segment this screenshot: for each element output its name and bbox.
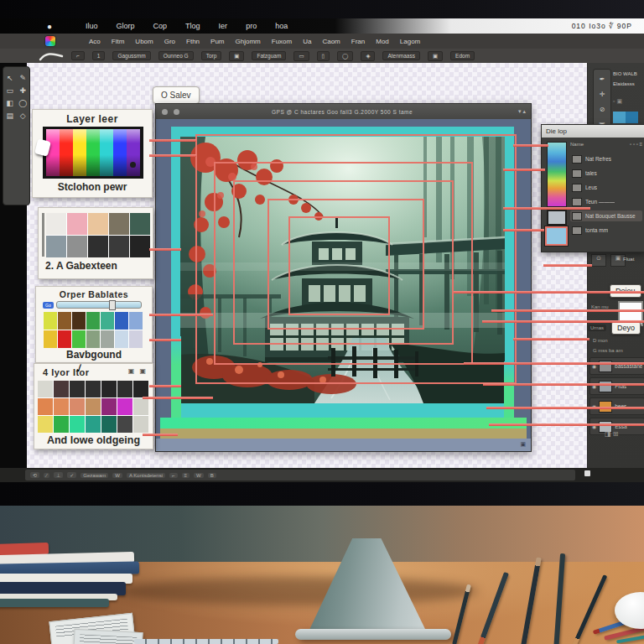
color-swatch[interactable] (46, 236, 66, 257)
status-chip[interactable]: ∕ (44, 473, 49, 478)
tool-icon[interactable]: ◧ (3, 99, 17, 107)
window-button[interactable] (162, 109, 168, 115)
panel-tool-icon[interactable]: ✒ (600, 75, 605, 83)
gradient-column[interactable] (73, 129, 86, 176)
color-swatch[interactable] (129, 330, 143, 348)
color-swatch[interactable] (115, 330, 128, 348)
gradient-column[interactable] (86, 129, 100, 176)
option-control[interactable]: Atenmaass (382, 51, 420, 60)
color-swatch[interactable] (58, 330, 71, 348)
gradient-column[interactable] (60, 129, 73, 176)
app-menu-item[interactable]: Ua (303, 38, 311, 45)
color-swatch[interactable] (109, 236, 129, 257)
gradient-column[interactable] (113, 129, 127, 176)
color-swatch[interactable] (44, 312, 57, 330)
status-chip[interactable]: B (208, 473, 216, 478)
layer-row[interactable]: ◉ Fitas (589, 377, 644, 395)
layer-row[interactable]: Leus (570, 182, 642, 193)
selected-blue-swatch[interactable] (545, 226, 568, 246)
panel-tool-icon[interactable]: ✛ (600, 91, 605, 98)
color-swatch[interactable] (86, 416, 101, 433)
status-chip[interactable]: ≡ (182, 473, 190, 478)
color-swatch[interactable] (130, 236, 150, 257)
status-chip[interactable]: A Kontsdetensi (127, 473, 165, 478)
artwork-image[interactable] (180, 137, 505, 403)
color-swatch[interactable] (67, 213, 87, 235)
status-chip[interactable]: W (194, 473, 204, 478)
tool-icon[interactable]: ◯ (17, 99, 30, 107)
color-swatch[interactable] (613, 112, 626, 123)
color-swatch[interactable] (133, 381, 148, 397)
color-swatch[interactable] (54, 416, 69, 433)
color-swatch[interactable] (101, 330, 114, 348)
mac-menu-item[interactable]: Iluo (86, 22, 98, 30)
color-swatch[interactable] (115, 312, 128, 330)
window-button[interactable] (174, 109, 179, 115)
status-chip[interactable]: W (112, 473, 122, 478)
app-menu-item[interactable]: Lagom (400, 38, 420, 45)
slider-handle[interactable] (109, 300, 116, 310)
tool-icon[interactable]: ◇ (17, 112, 30, 120)
color-swatch[interactable] (101, 398, 117, 415)
option-control[interactable]: ▣ (229, 51, 244, 61)
header-icons[interactable]: ▫ ▫ ▫ ≡ (630, 142, 642, 147)
panel-tool-icon[interactable]: ⊘ (600, 106, 605, 113)
option-control[interactable]: Fatzguam (252, 51, 286, 60)
color-swatch[interactable] (101, 381, 117, 397)
mac-menu-item[interactable]: Cop (153, 22, 168, 30)
layer-row[interactable]: ◉ bassastane (589, 357, 644, 375)
tool-icon[interactable]: ▭ (3, 86, 17, 95)
app-menu-item[interactable]: Mod (376, 38, 389, 45)
color-swatch[interactable] (70, 398, 85, 415)
picker-dot[interactable] (130, 162, 136, 168)
tool-icon[interactable]: ✚ (17, 86, 30, 95)
layers-panel-title[interactable]: Die lop (542, 125, 644, 138)
status-chip[interactable]: ✓ (67, 472, 76, 478)
status-chip[interactable]: ⟲ (30, 472, 39, 478)
option-control[interactable]: 1 (92, 51, 106, 60)
tool-icon[interactable]: ▤ (3, 112, 17, 120)
eye-icon[interactable]: ◉ (592, 363, 596, 369)
color-swatch[interactable] (88, 236, 108, 257)
option-control[interactable]: ▣ (428, 51, 443, 61)
color-swatch[interactable] (86, 381, 101, 397)
color-swatch[interactable] (101, 416, 117, 433)
color-swatch[interactable] (86, 398, 101, 415)
layer-row[interactable]: Nat Bouquet Bausse (570, 210, 642, 221)
app-menu-item[interactable]: Ubom (135, 38, 153, 45)
color-swatch[interactable] (117, 381, 132, 397)
color-swatch[interactable] (67, 236, 87, 257)
target-icon[interactable]: ⊙ (591, 254, 606, 267)
mac-menu-item[interactable]: Tlog (185, 22, 200, 30)
app-menu-item[interactable]: Fthn (186, 38, 200, 45)
gradient-column[interactable] (100, 129, 113, 176)
color-swatch[interactable] (54, 381, 69, 397)
eye-icon[interactable]: ◉ (592, 423, 596, 429)
color-swatch[interactable] (86, 312, 100, 330)
color-swatch[interactable] (58, 312, 71, 330)
option-control[interactable]: Torp (201, 51, 222, 60)
mac-menu-item[interactable]: Glorp (117, 22, 135, 30)
color-swatch[interactable] (72, 312, 86, 330)
color-swatch[interactable] (101, 312, 114, 330)
gradient-swatch[interactable] (547, 142, 567, 207)
app-menu-item[interactable]: Pum (210, 38, 224, 45)
slider-track[interactable] (56, 301, 142, 309)
option-control[interactable]: ▯ (317, 51, 330, 61)
gradient-column[interactable] (127, 129, 140, 176)
document-titlebar[interactable]: GPS @ C hactares Goo fall3 G.2000Y 500 S… (156, 104, 531, 119)
eye-icon[interactable]: ◉ (592, 403, 596, 409)
color-swatch[interactable] (38, 381, 53, 397)
color-swatch[interactable] (117, 398, 132, 415)
app-menu-item[interactable]: Gro (164, 38, 175, 45)
color-swatch[interactable] (130, 213, 150, 235)
color-swatch[interactable] (38, 416, 53, 433)
option-control[interactable]: Ounneo G (158, 51, 194, 60)
color-swatch[interactable] (46, 213, 66, 235)
layer-row[interactable]: Nat Refres (570, 153, 642, 164)
color-swatch[interactable] (70, 381, 85, 397)
titlebar-icons[interactable]: ▾ ▴ (518, 108, 526, 115)
color-swatch[interactable] (38, 398, 53, 415)
color-swatch[interactable] (117, 416, 132, 433)
gray-swatch[interactable] (547, 210, 567, 226)
